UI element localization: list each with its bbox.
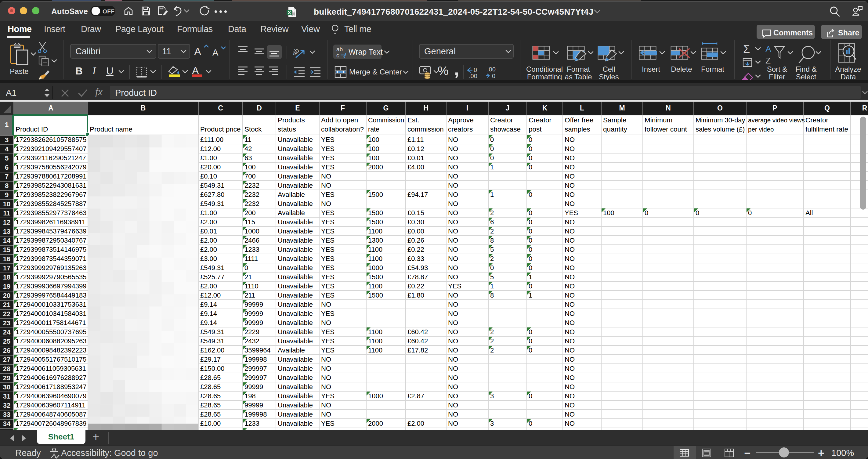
svg-text:0: 0 <box>474 66 477 73</box>
svg-text:c: c <box>336 52 339 58</box>
svg-text:.00: .00 <box>487 66 496 73</box>
svg-text:A: A <box>766 44 771 54</box>
svg-text:Z: Z <box>766 56 771 65</box>
svg-text:ab: ab <box>336 47 343 53</box>
svg-text:0: 0 <box>492 73 495 78</box>
svg-text:.00: .00 <box>469 73 477 78</box>
